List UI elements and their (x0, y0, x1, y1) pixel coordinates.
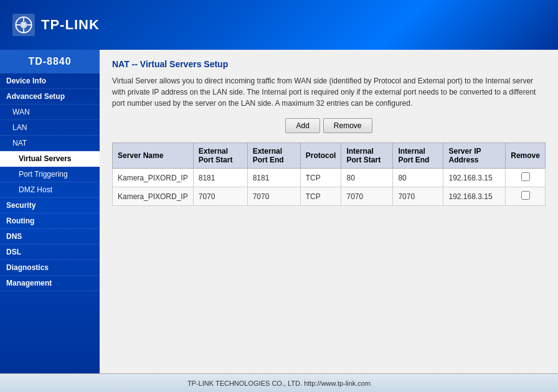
sidebar-item-device-info[interactable]: Device Info (0, 73, 100, 89)
cell-ext-port-start: 8181 (193, 169, 247, 187)
cell-ext-port-start: 7070 (193, 187, 247, 206)
cell-int-port-end: 80 (393, 169, 443, 187)
table-header-row: Server Name External Port Start External… (113, 143, 546, 169)
virtual-servers-table: Server Name External Port Start External… (112, 142, 546, 206)
sidebar-item-virtual-servers[interactable]: Virtual Servers (0, 151, 100, 167)
col-remove: Remove (506, 143, 546, 169)
cell-int-port-start: 7070 (341, 187, 393, 206)
cell-protocol: TCP (300, 187, 341, 206)
cell-remove (506, 187, 546, 206)
col-int-port-start: Internal Port Start (341, 143, 393, 169)
footer: TP-LINK TECHNOLOGIES CO., LTD. http://ww… (0, 373, 558, 392)
cell-int-port-end: 7070 (393, 187, 443, 206)
sidebar-item-dmz-host[interactable]: DMZ Host (0, 182, 100, 198)
col-server-ip: Server IP Address (443, 143, 506, 169)
table-row: Kamera_PIXORD_IP 8181 8181 TCP 80 80 192… (113, 169, 546, 187)
button-row: Add Remove (112, 118, 546, 133)
sidebar-item-dns[interactable]: DNS (0, 229, 100, 245)
sidebar-item-lan[interactable]: LAN (0, 120, 100, 136)
logo-area: TP-LINK (12, 14, 100, 36)
tp-link-logo-icon (12, 14, 35, 36)
sidebar-item-advanced-setup[interactable]: Advanced Setup (0, 89, 100, 105)
svg-point-2 (21, 22, 27, 29)
logo-text: TP-LINK (41, 17, 100, 33)
cell-int-port-start: 80 (341, 169, 393, 187)
sidebar-item-wan[interactable]: WAN (0, 105, 100, 120)
remove-checkbox-0[interactable] (521, 172, 530, 181)
remove-checkbox-1[interactable] (521, 191, 530, 200)
page-title: NAT -- Virtual Servers Setup (112, 59, 546, 69)
cell-server-ip: 192.168.3.15 (443, 169, 506, 187)
sidebar-item-dsl[interactable]: DSL (0, 245, 100, 260)
cell-server-name: Kamera_PIXORD_IP (113, 187, 194, 206)
add-button[interactable]: Add (285, 118, 319, 133)
main-layout: TD-8840 Device Info Advanced Setup WAN L… (0, 50, 558, 373)
cell-server-name: Kamera_PIXORD_IP (113, 169, 194, 187)
col-server-name: Server Name (113, 143, 194, 169)
sidebar-item-nat[interactable]: NAT (0, 136, 100, 151)
cell-ext-port-end: 8181 (247, 169, 300, 187)
footer-text: TP-LINK TECHNOLOGIES CO., LTD. http://ww… (187, 380, 371, 387)
table-row: Kamera_PIXORD_IP 7070 7070 TCP 7070 7070… (113, 187, 546, 206)
sidebar-item-diagnostics[interactable]: Diagnostics (0, 260, 100, 276)
description: Virtual Server allows you to direct inco… (112, 75, 546, 109)
sidebar-item-port-triggering[interactable]: Port Triggering (0, 167, 100, 182)
remove-button[interactable]: Remove (323, 118, 372, 133)
main-content: NAT -- Virtual Servers Setup Virtual Ser… (100, 50, 558, 373)
col-int-port-end: Internal Port End (393, 143, 443, 169)
col-ext-port-start: External Port Start (193, 143, 247, 169)
sidebar-item-management[interactable]: Management (0, 276, 100, 291)
cell-protocol: TCP (300, 169, 341, 187)
col-protocol: Protocol (300, 143, 341, 169)
cell-server-ip: 192.168.3.15 (443, 187, 506, 206)
cell-ext-port-end: 7070 (247, 187, 300, 206)
col-ext-port-end: External Port End (247, 143, 300, 169)
header: TP-LINK (0, 0, 558, 50)
sidebar-item-routing[interactable]: Routing (0, 213, 100, 229)
sidebar-item-security[interactable]: Security (0, 198, 100, 213)
cell-remove (506, 169, 546, 187)
sidebar-brand: TD-8840 (0, 50, 100, 73)
sidebar: TD-8840 Device Info Advanced Setup WAN L… (0, 50, 100, 373)
